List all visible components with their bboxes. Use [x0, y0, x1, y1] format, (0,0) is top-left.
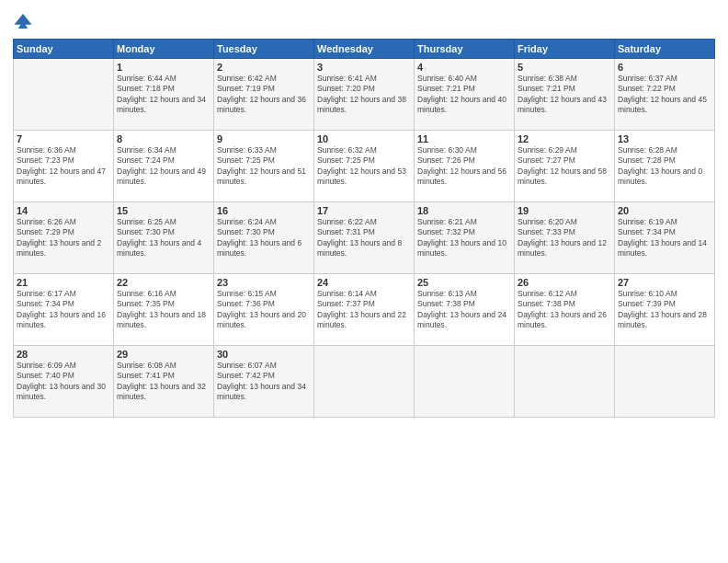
calendar-cell: 14Sunrise: 6:26 AMSunset: 7:29 PMDayligh… [14, 202, 114, 274]
calendar-cell: 10Sunrise: 6:32 AMSunset: 7:25 PMDayligh… [314, 131, 415, 202]
day-info: Sunrise: 6:21 AMSunset: 7:32 PMDaylight:… [417, 217, 511, 259]
day-info: Sunrise: 6:24 AMSunset: 7:30 PMDaylight:… [217, 217, 311, 259]
calendar-cell: 29Sunrise: 6:08 AMSunset: 7:41 PMDayligh… [114, 346, 214, 418]
day-info: Sunrise: 6:07 AMSunset: 7:42 PMDaylight:… [217, 361, 311, 403]
day-info: Sunrise: 6:36 AMSunset: 7:23 PMDaylight:… [17, 145, 110, 188]
day-info: Sunrise: 6:26 AMSunset: 7:29 PMDaylight:… [17, 217, 110, 259]
day-info: Sunrise: 6:28 AMSunset: 7:28 PMDaylight:… [618, 145, 711, 188]
calendar-cell [14, 59, 114, 131]
day-info: Sunrise: 6:14 AMSunset: 7:37 PMDaylight:… [317, 289, 411, 331]
header [13, 11, 715, 31]
day-number: 29 [117, 349, 210, 360]
day-number: 3 [317, 62, 411, 73]
day-info: Sunrise: 6:37 AMSunset: 7:22 PMDaylight:… [618, 74, 711, 116]
day-info: Sunrise: 6:09 AMSunset: 7:40 PMDaylight:… [17, 361, 110, 403]
day-number: 17 [317, 205, 411, 216]
day-number: 21 [17, 277, 110, 288]
day-number: 13 [618, 133, 711, 144]
calendar-cell: 21Sunrise: 6:17 AMSunset: 7:34 PMDayligh… [14, 274, 114, 346]
day-info: Sunrise: 6:16 AMSunset: 7:35 PMDaylight:… [117, 289, 210, 331]
day-number: 2 [217, 62, 311, 73]
calendar-cell: 2Sunrise: 6:42 AMSunset: 7:19 PMDaylight… [214, 59, 314, 131]
day-info: Sunrise: 6:41 AMSunset: 7:20 PMDaylight:… [317, 74, 411, 116]
calendar-week-row: 1Sunrise: 6:44 AMSunset: 7:18 PMDaylight… [14, 59, 715, 131]
day-number: 11 [417, 133, 511, 144]
calendar-cell: 8Sunrise: 6:34 AMSunset: 7:24 PMDaylight… [114, 131, 214, 202]
calendar-cell: 18Sunrise: 6:21 AMSunset: 7:32 PMDayligh… [415, 202, 515, 274]
calendar-week-row: 14Sunrise: 6:26 AMSunset: 7:29 PMDayligh… [14, 202, 715, 274]
calendar-cell: 30Sunrise: 6:07 AMSunset: 7:42 PMDayligh… [214, 346, 314, 418]
day-info: Sunrise: 6:33 AMSunset: 7:25 PMDaylight:… [217, 145, 311, 188]
day-number: 25 [417, 277, 511, 288]
calendar-cell: 22Sunrise: 6:16 AMSunset: 7:35 PMDayligh… [114, 274, 214, 346]
day-info: Sunrise: 6:12 AMSunset: 7:38 PMDaylight:… [518, 289, 611, 331]
calendar-cell: 6Sunrise: 6:37 AMSunset: 7:22 PMDaylight… [615, 59, 715, 131]
weekday-header-thursday: Thursday [415, 40, 515, 59]
day-info: Sunrise: 6:42 AMSunset: 7:19 PMDaylight:… [217, 74, 311, 116]
day-number: 6 [618, 62, 711, 73]
calendar-week-row: 21Sunrise: 6:17 AMSunset: 7:34 PMDayligh… [14, 274, 715, 346]
calendar-cell: 25Sunrise: 6:13 AMSunset: 7:38 PMDayligh… [415, 274, 515, 346]
calendar-cell [515, 346, 615, 418]
day-info: Sunrise: 6:44 AMSunset: 7:18 PMDaylight:… [117, 74, 210, 116]
calendar-cell: 28Sunrise: 6:09 AMSunset: 7:40 PMDayligh… [14, 346, 114, 418]
day-info: Sunrise: 6:19 AMSunset: 7:34 PMDaylight:… [618, 217, 711, 259]
day-number: 19 [518, 205, 611, 216]
calendar-cell [415, 346, 515, 418]
calendar-week-row: 28Sunrise: 6:09 AMSunset: 7:40 PMDayligh… [14, 346, 715, 418]
calendar-cell: 15Sunrise: 6:25 AMSunset: 7:30 PMDayligh… [114, 202, 214, 274]
day-number: 26 [518, 277, 611, 288]
day-number: 27 [618, 277, 711, 288]
day-number: 12 [518, 133, 611, 144]
day-info: Sunrise: 6:25 AMSunset: 7:30 PMDaylight:… [117, 217, 210, 259]
calendar-cell: 11Sunrise: 6:30 AMSunset: 7:26 PMDayligh… [415, 131, 515, 202]
calendar-cell: 1Sunrise: 6:44 AMSunset: 7:18 PMDaylight… [114, 59, 214, 131]
day-number: 20 [618, 205, 711, 216]
calendar-cell: 3Sunrise: 6:41 AMSunset: 7:20 PMDaylight… [314, 59, 415, 131]
weekday-header-row: SundayMondayTuesdayWednesdayThursdayFrid… [14, 40, 715, 59]
day-number: 15 [117, 205, 210, 216]
day-info: Sunrise: 6:17 AMSunset: 7:34 PMDaylight:… [17, 289, 110, 331]
day-info: Sunrise: 6:10 AMSunset: 7:39 PMDaylight:… [618, 289, 711, 331]
calendar-cell: 4Sunrise: 6:40 AMSunset: 7:21 PMDaylight… [415, 59, 515, 131]
day-info: Sunrise: 6:13 AMSunset: 7:38 PMDaylight:… [417, 289, 511, 331]
weekday-header-friday: Friday [515, 40, 615, 59]
calendar-table: SundayMondayTuesdayWednesdayThursdayFrid… [13, 39, 715, 418]
weekday-header-saturday: Saturday [615, 40, 715, 59]
calendar-cell: 23Sunrise: 6:15 AMSunset: 7:36 PMDayligh… [214, 274, 314, 346]
calendar-cell [615, 346, 715, 418]
calendar-week-row: 7Sunrise: 6:36 AMSunset: 7:23 PMDaylight… [14, 131, 715, 202]
calendar-cell: 16Sunrise: 6:24 AMSunset: 7:30 PMDayligh… [214, 202, 314, 274]
day-number: 30 [217, 349, 311, 360]
day-number: 23 [217, 277, 311, 288]
logo-icon [13, 11, 33, 31]
day-info: Sunrise: 6:34 AMSunset: 7:24 PMDaylight:… [117, 145, 210, 188]
day-info: Sunrise: 6:30 AMSunset: 7:26 PMDaylight:… [417, 145, 511, 188]
calendar-cell: 13Sunrise: 6:28 AMSunset: 7:28 PMDayligh… [615, 131, 715, 202]
day-number: 22 [117, 277, 210, 288]
weekday-header-tuesday: Tuesday [214, 40, 314, 59]
day-info: Sunrise: 6:38 AMSunset: 7:21 PMDaylight:… [518, 74, 611, 116]
day-info: Sunrise: 6:20 AMSunset: 7:33 PMDaylight:… [518, 217, 611, 259]
day-info: Sunrise: 6:08 AMSunset: 7:41 PMDaylight:… [117, 361, 210, 403]
day-number: 16 [217, 205, 311, 216]
calendar-cell: 12Sunrise: 6:29 AMSunset: 7:27 PMDayligh… [515, 131, 615, 202]
day-info: Sunrise: 6:29 AMSunset: 7:27 PMDaylight:… [518, 145, 611, 188]
day-info: Sunrise: 6:40 AMSunset: 7:21 PMDaylight:… [417, 74, 511, 116]
day-number: 7 [17, 133, 110, 144]
calendar-cell: 7Sunrise: 6:36 AMSunset: 7:23 PMDaylight… [14, 131, 114, 202]
day-number: 10 [317, 133, 411, 144]
calendar-cell: 24Sunrise: 6:14 AMSunset: 7:37 PMDayligh… [314, 274, 415, 346]
weekday-header-sunday: Sunday [14, 40, 114, 59]
calendar-cell: 17Sunrise: 6:22 AMSunset: 7:31 PMDayligh… [314, 202, 415, 274]
day-number: 14 [17, 205, 110, 216]
day-number: 4 [417, 62, 511, 73]
day-info: Sunrise: 6:15 AMSunset: 7:36 PMDaylight:… [217, 289, 311, 331]
day-number: 8 [117, 133, 210, 144]
calendar-cell: 27Sunrise: 6:10 AMSunset: 7:39 PMDayligh… [615, 274, 715, 346]
day-number: 28 [17, 349, 110, 360]
day-number: 9 [217, 133, 311, 144]
calendar-cell: 19Sunrise: 6:20 AMSunset: 7:33 PMDayligh… [515, 202, 615, 274]
weekday-header-monday: Monday [114, 40, 214, 59]
day-number: 18 [417, 205, 511, 216]
